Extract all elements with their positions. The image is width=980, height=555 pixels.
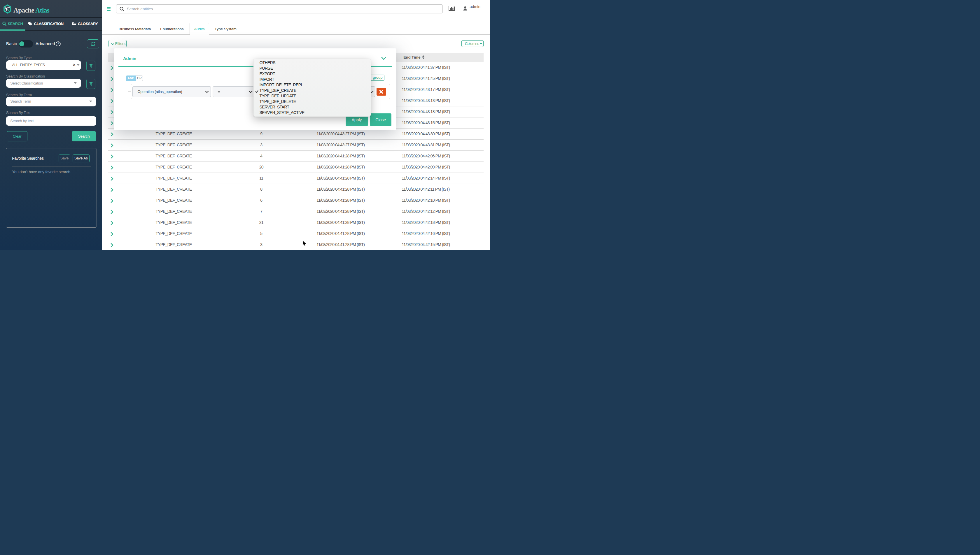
svg-text:?: ?: [57, 42, 59, 45]
